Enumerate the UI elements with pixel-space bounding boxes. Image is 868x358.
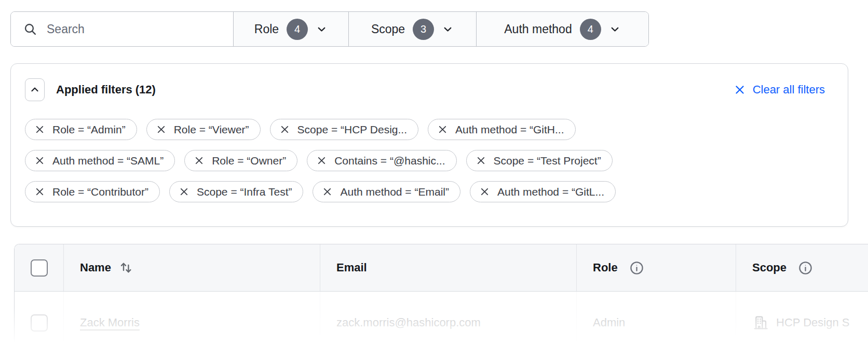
column-header-role: Role	[576, 244, 736, 291]
applied-filters-header: Applied filters (12) Clear all filters	[25, 78, 832, 101]
filter-chip[interactable]: Scope = “Infra Test”	[169, 181, 303, 202]
table-header-row: Name Email Role	[15, 244, 868, 292]
filter-dropdown-scope[interactable]: Scope 3	[348, 12, 476, 46]
dropdown-label: Role	[254, 22, 279, 36]
clear-all-filters-link[interactable]: Clear all filters	[734, 83, 825, 97]
collapse-filters-button[interactable]	[25, 78, 45, 101]
filter-chip[interactable]: Scope = “Test Project”	[466, 150, 613, 171]
info-icon[interactable]	[629, 260, 644, 276]
filter-chip-label: Auth method = “Email”	[340, 186, 449, 198]
filter-dropdown-auth-method[interactable]: Auth method 4	[476, 12, 648, 46]
remove-filter-icon[interactable]	[322, 186, 333, 197]
applied-filters-panel: Applied filters (12) Clear all filters R…	[10, 63, 848, 227]
column-header-name[interactable]: Name	[63, 244, 320, 291]
filter-chip-label: Role = “Contributor”	[52, 186, 148, 198]
filter-chip[interactable]: Scope = “HCP Desig...	[270, 119, 418, 140]
search-icon	[23, 22, 37, 36]
member-name-link[interactable]: Zack Morris	[80, 316, 140, 329]
filter-chip[interactable]: Role = “Viewer”	[146, 119, 261, 140]
filter-chips-area: Role = “Admin” Role = “Viewer” Scope = “…	[25, 119, 832, 202]
filter-chip-label: Role = “Owner”	[212, 155, 286, 167]
members-filter-page: Role 4 Scope 3 Auth method 4	[0, 0, 868, 358]
remove-filter-icon[interactable]	[156, 124, 167, 135]
chevron-down-icon	[609, 23, 621, 35]
name-column-label: Name	[80, 261, 111, 274]
filter-chip[interactable]: Role = “Owner”	[184, 150, 297, 171]
info-icon[interactable]	[798, 260, 813, 276]
filter-chip-label: Auth method = “SAML”	[52, 155, 164, 167]
chevron-down-icon	[442, 23, 454, 35]
filter-chip[interactable]: Role = “Contributor”	[25, 181, 160, 202]
org-building-icon	[752, 314, 769, 331]
count-badge: 4	[580, 19, 601, 40]
filter-chip-label: Scope = “Infra Test”	[197, 186, 292, 198]
filter-chip[interactable]: Role = “Admin”	[25, 119, 137, 140]
remove-filter-icon[interactable]	[194, 155, 205, 166]
remove-filter-icon[interactable]	[479, 186, 490, 197]
clear-x-icon	[734, 84, 746, 96]
remove-filter-icon[interactable]	[476, 155, 486, 166]
remove-filter-icon[interactable]	[316, 155, 327, 166]
filter-chip[interactable]: Auth method = “SAML”	[25, 150, 175, 171]
chevron-down-icon	[316, 23, 328, 35]
clear-all-filters-label: Clear all filters	[753, 83, 825, 97]
dropdown-label: Auth method	[504, 22, 572, 36]
filter-chip-row: Role = “Contributor” Scope = “Infra Test…	[25, 181, 832, 202]
search-box	[11, 12, 233, 46]
filter-dropdown-role[interactable]: Role 4	[233, 12, 348, 46]
chevron-up-icon	[29, 84, 40, 95]
member-email: zack.morris@hashicorp.com	[336, 316, 481, 329]
search-input[interactable]	[47, 22, 221, 36]
filter-chip[interactable]: Auth method = “GitH...	[428, 119, 576, 140]
dropdown-label: Scope	[371, 22, 405, 36]
column-header-scope: Scope	[736, 244, 868, 291]
filter-chip-row: Role = “Admin” Role = “Viewer” Scope = “…	[25, 119, 832, 140]
remove-filter-icon[interactable]	[437, 124, 448, 135]
table-row: Zack Morris zack.morris@hashicorp.com Ad…	[15, 292, 868, 354]
filter-chip-label: Scope = “Test Project”	[494, 155, 601, 167]
applied-filters-title: Applied filters (12)	[56, 83, 734, 97]
count-badge: 3	[413, 19, 434, 40]
member-role: Admin	[593, 316, 625, 329]
filter-chip-label: Auth method = “GitL...	[497, 186, 604, 198]
remove-filter-icon[interactable]	[34, 124, 45, 135]
filter-toolbar: Role 4 Scope 3 Auth method 4	[10, 11, 649, 47]
remove-filter-icon[interactable]	[279, 124, 290, 135]
column-header-email: Email	[320, 244, 576, 291]
filter-chip-label: Role = “Admin”	[52, 123, 126, 136]
select-all-checkbox[interactable]	[31, 259, 48, 277]
filter-chip[interactable]: Contains = “@hashic...	[307, 150, 456, 171]
filter-chip[interactable]: Auth method = “Email”	[313, 181, 460, 202]
sort-icon[interactable]	[118, 260, 134, 276]
member-scope: HCP Design S	[776, 316, 849, 329]
count-badge: 4	[287, 19, 308, 40]
filter-chip-label: Scope = “HCP Desig...	[297, 123, 407, 136]
members-table: Name Email Role	[14, 244, 868, 354]
email-column-label: Email	[336, 261, 367, 274]
remove-filter-icon[interactable]	[179, 186, 189, 197]
remove-filter-icon[interactable]	[34, 186, 45, 197]
filter-chip-label: Role = “Viewer”	[174, 123, 249, 136]
filter-chip-row: Auth method = “SAML” Role = “Owner” Cont…	[25, 150, 832, 171]
filter-chip-label: Auth method = “GitH...	[455, 123, 564, 136]
scope-column-label: Scope	[752, 261, 786, 274]
filter-chip-label: Contains = “@hashic...	[334, 155, 445, 167]
role-column-label: Role	[593, 261, 618, 274]
row-checkbox[interactable]	[31, 314, 48, 332]
remove-filter-icon[interactable]	[34, 155, 45, 166]
filter-chip[interactable]: Auth method = “GitL...	[470, 181, 616, 202]
